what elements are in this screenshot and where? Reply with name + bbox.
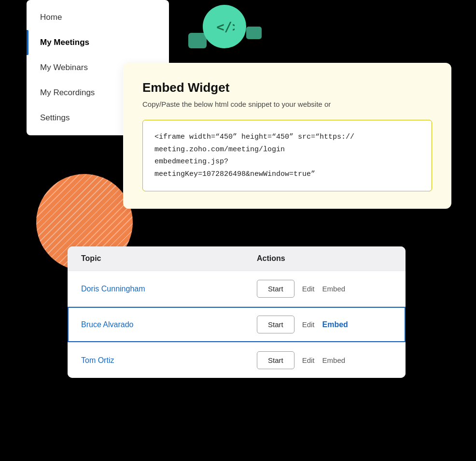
- row-topic-bruce: Bruce Alvarado: [81, 320, 257, 329]
- meetings-table: Topic Actions Doris Cunningham Start Edi…: [68, 246, 406, 378]
- sidebar-item-home[interactable]: Home: [27, 5, 169, 30]
- code-icon: </>: [214, 16, 235, 37]
- sidebar-item-label: My Webinars: [40, 63, 88, 72]
- embed-button-doris[interactable]: Embed: [322, 285, 346, 293]
- sidebar-item-label: Home: [40, 13, 62, 22]
- code-icon-circle: </>: [203, 5, 246, 48]
- row-topic-doris: Doris Cunningham: [81, 285, 257, 293]
- row-actions-doris: Start Edit Embed: [257, 280, 392, 298]
- deco-shape-left: [188, 33, 207, 48]
- embed-widget-subtitle: Copy/Paste the below html code snippet t…: [142, 100, 432, 108]
- deco-shape-right: [246, 27, 262, 39]
- sidebar-item-label: My Meetings: [40, 38, 89, 47]
- start-button-tom[interactable]: Start: [257, 351, 294, 369]
- edit-button-doris[interactable]: Edit: [302, 285, 315, 293]
- row-actions-tom: Start Edit Embed: [257, 351, 392, 369]
- sidebar-item-label: Settings: [40, 113, 70, 122]
- table-row: Doris Cunningham Start Edit Embed: [68, 271, 406, 306]
- table-header-topic: Topic: [81, 254, 257, 263]
- svg-text:</>: </>: [216, 20, 235, 35]
- table-row: Tom Ortiz Start Edit Embed: [68, 342, 406, 378]
- row-topic-tom: Tom Ortiz: [81, 356, 257, 365]
- table-header: Topic Actions: [68, 246, 406, 271]
- row-actions-bruce: Start Edit Embed: [257, 316, 392, 333]
- embed-widget-panel: Embed Widget Copy/Paste the below html c…: [123, 63, 451, 209]
- start-button-doris[interactable]: Start: [257, 280, 294, 298]
- start-button-bruce[interactable]: Start: [257, 316, 294, 333]
- edit-button-tom[interactable]: Edit: [302, 356, 315, 364]
- sidebar-item-my-meetings[interactable]: My Meetings: [27, 30, 169, 55]
- edit-button-bruce[interactable]: Edit: [302, 320, 315, 329]
- embed-button-bruce[interactable]: Embed: [322, 320, 348, 329]
- table-row-active: Bruce Alvarado Start Edit Embed: [68, 306, 406, 342]
- embed-widget-title: Embed Widget: [142, 80, 432, 95]
- embed-button-tom[interactable]: Embed: [322, 356, 346, 364]
- sidebar-item-label: My Recordings: [40, 88, 95, 97]
- embed-code-box[interactable]: <iframe width=“450” height=“450” src=“ht…: [142, 120, 432, 191]
- table-header-actions: Actions: [257, 254, 392, 263]
